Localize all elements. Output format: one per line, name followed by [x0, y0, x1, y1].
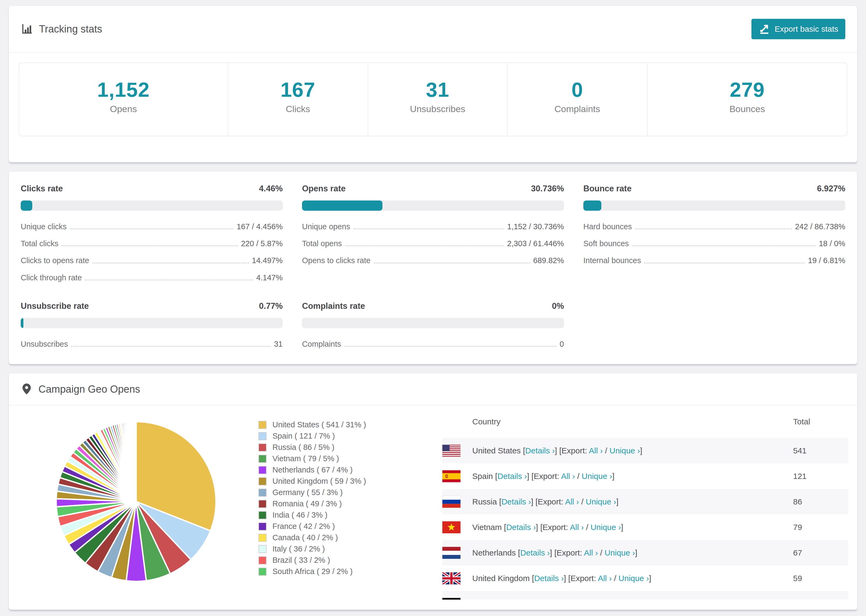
country-name: Spain: [472, 472, 493, 481]
legend-item[interactable]: Canada ( 40 / 2% ): [258, 533, 366, 542]
export-unique-link[interactable]: Unique ›: [609, 446, 640, 455]
legend-label: United States ( 541 / 31% ): [272, 420, 366, 429]
export-unique-link[interactable]: Unique ›: [605, 548, 635, 557]
total-cell: 86: [793, 497, 802, 506]
legend-item[interactable]: Vietnam ( 79 / 5% ): [258, 454, 366, 463]
bracket-close-text: ]: [640, 446, 642, 455]
legend-swatch: [258, 522, 266, 531]
details-link[interactable]: Details ›: [506, 523, 536, 532]
rate-stat-row: Total opens 2,303 / 61.446%: [302, 235, 564, 252]
legend-item[interactable]: United States ( 541 / 31% ): [258, 421, 366, 429]
geo-opens-card: Campaign Geo Opens United States ( 541 /…: [9, 373, 857, 610]
rate-stat-row: Unique clicks 167 / 4.456%: [21, 218, 283, 235]
legend-item[interactable]: Italy ( 36 / 2% ): [258, 545, 366, 553]
legend-swatch: [258, 567, 266, 576]
rate-stat-row: Clicks to opens rate 14.497%: [21, 252, 283, 269]
rate-stat-label: Total clicks: [21, 239, 58, 248]
country-flag-icon: [442, 470, 461, 482]
export-prefix-text: ] [Export:: [564, 574, 598, 583]
total-cell: 121: [793, 472, 806, 481]
legend-item[interactable]: Spain ( 121 / 7% ): [258, 432, 366, 440]
country-cell: [442, 598, 793, 600]
rate-stat-label: Internal bounces: [583, 256, 641, 265]
export-all-link[interactable]: All ›: [598, 574, 612, 583]
dotted-leader: [632, 245, 816, 246]
export-unique-link[interactable]: Unique ›: [586, 497, 616, 506]
legend-label: Spain ( 121 / 7% ): [272, 432, 335, 440]
separator-text: /: [603, 446, 609, 455]
rate-stat-value: 167 / 4.456%: [237, 222, 283, 231]
summary-stat-cell: 31 Unsubscribes: [368, 63, 507, 136]
legend-item[interactable]: France ( 42 / 2% ): [258, 522, 366, 531]
rate-title: Opens rate: [302, 184, 346, 193]
table-row: Spain [Details ›] [Export: All › / Uniqu…: [442, 464, 848, 489]
bracket-close-text: ]: [621, 523, 623, 532]
export-basic-stats-button[interactable]: Export basic stats: [751, 19, 845, 39]
progress-bar: [583, 201, 845, 211]
legend-item[interactable]: Brazil ( 33 / 2% ): [258, 556, 366, 564]
legend-item[interactable]: Romania ( 49 / 3% ): [258, 500, 366, 508]
export-all-link[interactable]: All ›: [565, 497, 579, 506]
export-all-link[interactable]: All ›: [561, 472, 575, 481]
rate-block: Bounce rate 6.927% Hard bounces 242 / 86…: [583, 184, 845, 286]
details-link[interactable]: Details ›: [520, 548, 550, 557]
rate-stat-row: Opens to clicks rate 689.82%: [302, 252, 564, 269]
legend-item[interactable]: South Africa ( 29 / 2% ): [258, 567, 366, 576]
dotted-leader: [93, 262, 249, 263]
export-unique-link[interactable]: Unique ›: [590, 523, 621, 532]
legend-label: Netherlands ( 67 / 4% ): [272, 465, 353, 475]
details-link[interactable]: Details ›: [534, 574, 564, 583]
page-title: Tracking stats: [39, 24, 102, 35]
rate-stat-label: Complaints: [302, 340, 341, 349]
export-prefix-text: ] [Export:: [536, 523, 570, 532]
details-link[interactable]: Details ›: [525, 446, 555, 455]
details-link[interactable]: Details ›: [497, 472, 527, 481]
legend-swatch: [258, 489, 266, 497]
summary-stats-box: 1,152 Opens 167 Clicks 31 Unsubscribes 0…: [19, 62, 847, 136]
separator-text: /: [612, 574, 619, 583]
stat-value: 31: [368, 79, 507, 101]
column-header-total: Total: [793, 417, 810, 426]
export-prefix-text: ] [Export:: [550, 548, 584, 557]
rate-stat-label: Unique clicks: [21, 222, 67, 231]
legend-item[interactable]: Russia ( 86 / 5% ): [258, 443, 366, 451]
rate-stat-value: 689.82%: [533, 256, 564, 265]
country-name: United Kingdom: [472, 574, 529, 583]
export-all-link[interactable]: All ›: [584, 548, 598, 557]
legend-item[interactable]: Netherlands ( 67 / 4% ): [258, 466, 366, 474]
separator-text: /: [598, 548, 605, 557]
summary-stat-cell: 279 Bounces: [647, 63, 847, 136]
details-link[interactable]: Details ›: [501, 497, 531, 506]
dotted-leader: [644, 262, 805, 263]
rate-title: Complaints rate: [302, 301, 365, 311]
export-unique-link[interactable]: Unique ›: [619, 574, 649, 583]
bracket-close-text: ]: [649, 574, 651, 583]
progress-bar-fill: [21, 201, 32, 211]
dotted-leader: [61, 245, 238, 246]
legend-label: France ( 42 / 2% ): [272, 522, 335, 531]
table-body: United States [Details ›] [Export: All ›…: [442, 438, 848, 600]
export-unique-link[interactable]: Unique ›: [582, 472, 612, 481]
country-cell: United Kingdom [Details ›] [Export: All …: [442, 572, 793, 585]
table-row: Vietnam [Details ›] [Export: All › / Uni…: [442, 514, 848, 540]
summary-stat-cell: 0 Complaints: [507, 63, 647, 136]
total-cell: 79: [793, 523, 802, 532]
rate-stat-row: Internal bounces 19 / 6.81%: [583, 252, 845, 269]
stat-value: 167: [228, 79, 368, 101]
rate-stat-row: Total clicks 220 / 5.87%: [21, 235, 283, 252]
section-title: Campaign Geo Opens: [38, 383, 140, 395]
table-row: Netherlands [Details ›] [Export: All › /…: [442, 540, 848, 566]
legend-label: Germany ( 55 / 3% ): [272, 488, 343, 497]
header-divider: [9, 52, 857, 53]
legend-item[interactable]: India ( 46 / 3% ): [258, 511, 366, 519]
legend-item[interactable]: Germany ( 55 / 3% ): [258, 488, 366, 497]
export-all-link[interactable]: All ›: [589, 446, 603, 455]
table-header-row: Country Total: [442, 405, 848, 438]
progress-bar: [302, 318, 564, 328]
bracket-text: [: [502, 523, 506, 532]
progress-bar: [21, 318, 283, 328]
rate-stat-value: 14.497%: [252, 256, 283, 265]
export-all-link[interactable]: All ›: [570, 523, 584, 532]
country-cell: Russia [Details ›] [Export: All › / Uniq…: [442, 496, 793, 508]
legend-item[interactable]: United Kingdom ( 59 / 3% ): [258, 477, 366, 486]
